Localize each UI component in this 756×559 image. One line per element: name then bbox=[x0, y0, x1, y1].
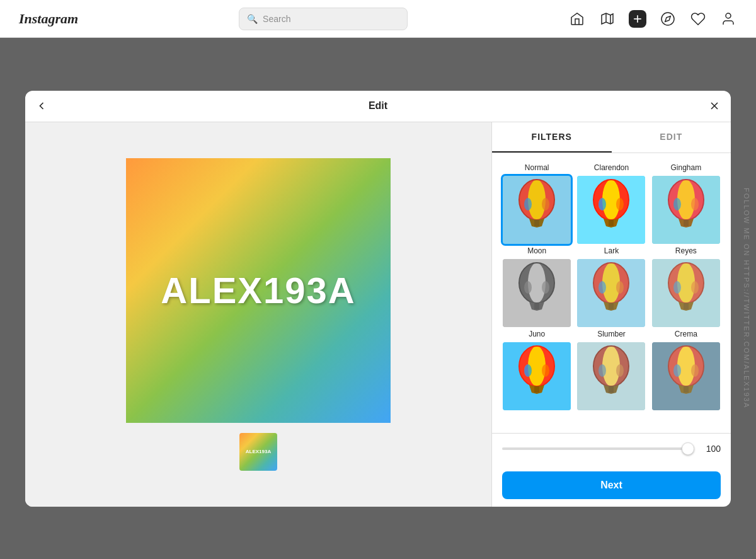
image-preview-panel: ALEX193A ALEX193A bbox=[25, 122, 491, 507]
filters-panel: FILTERS EDIT Normal bbox=[491, 122, 731, 507]
watermark-text: FOLLOW ME ON HTTPS://TWITTER.COM/ALEX193… bbox=[743, 188, 750, 408]
back-button[interactable] bbox=[35, 100, 48, 112]
svg-rect-31 bbox=[684, 220, 689, 226]
activity-icon[interactable] bbox=[598, 10, 616, 28]
svg-marker-0 bbox=[602, 13, 613, 24]
svg-point-72 bbox=[598, 364, 606, 377]
image-overlay-text: ALEX193A bbox=[161, 269, 355, 311]
svg-point-65 bbox=[542, 364, 549, 377]
svg-point-41 bbox=[542, 281, 549, 294]
tab-edit[interactable]: EDIT bbox=[612, 122, 731, 153]
intensity-value: 100 bbox=[702, 444, 721, 454]
modal-overlay: Edit ALEX193A ALEX193A bbox=[0, 38, 756, 559]
filters-grid: Normal bbox=[492, 153, 731, 433]
filter-reyes[interactable]: Reyes bbox=[651, 246, 721, 327]
filter-moon-thumb[interactable] bbox=[503, 259, 571, 327]
intensity-slider[interactable] bbox=[502, 447, 694, 450]
page-content: Edit ALEX193A ALEX193A bbox=[0, 38, 756, 559]
modal-body: ALEX193A ALEX193A FILTERS EDIT bbox=[25, 122, 731, 507]
svg-rect-47 bbox=[609, 303, 614, 309]
svg-rect-71 bbox=[609, 386, 614, 393]
svg-rect-55 bbox=[684, 303, 689, 309]
filter-slumber-label: Slumber bbox=[597, 330, 626, 338]
filter-moon-label: Moon bbox=[527, 246, 546, 255]
create-post-icon[interactable] bbox=[629, 10, 646, 28]
svg-point-16 bbox=[524, 198, 532, 210]
filter-slumber[interactable]: Slumber bbox=[576, 330, 646, 410]
filter-lark-label: Lark bbox=[604, 246, 619, 255]
svg-point-24 bbox=[598, 198, 606, 210]
main-preview-image: ALEX193A bbox=[126, 158, 391, 423]
filter-clarendon-label: Clarendon bbox=[594, 163, 629, 172]
nav-icons bbox=[568, 10, 737, 28]
svg-point-32 bbox=[673, 198, 681, 210]
svg-rect-63 bbox=[534, 386, 539, 393]
filter-lark-thumb[interactable] bbox=[577, 259, 645, 327]
filter-normal[interactable]: Normal bbox=[502, 163, 571, 244]
tab-filters[interactable]: FILTERS bbox=[492, 122, 612, 153]
search-icon: 🔍 bbox=[247, 14, 258, 24]
filter-reyes-thumb[interactable] bbox=[652, 259, 720, 327]
svg-point-48 bbox=[598, 281, 606, 294]
filter-gingham[interactable]: Gingham bbox=[651, 163, 721, 244]
intensity-controls: 100 bbox=[492, 433, 731, 464]
svg-point-80 bbox=[673, 364, 681, 377]
svg-rect-39 bbox=[534, 303, 539, 309]
close-button[interactable] bbox=[708, 100, 721, 112]
svg-point-57 bbox=[691, 281, 699, 294]
intensity-thumb[interactable] bbox=[682, 442, 694, 455]
top-nav: Instagram 🔍 Search bbox=[0, 0, 756, 38]
svg-point-56 bbox=[673, 281, 681, 294]
svg-rect-79 bbox=[684, 386, 689, 393]
svg-point-25 bbox=[616, 198, 624, 210]
filter-normal-thumb[interactable] bbox=[503, 176, 571, 244]
svg-rect-15 bbox=[534, 220, 539, 226]
compass-icon[interactable] bbox=[659, 10, 677, 28]
modal-title: Edit bbox=[369, 100, 387, 112]
thumbnail-text: ALEX193A bbox=[246, 449, 271, 454]
svg-point-7 bbox=[726, 13, 731, 18]
instagram-logo: Instagram bbox=[19, 11, 78, 27]
svg-point-17 bbox=[542, 198, 549, 210]
svg-marker-6 bbox=[665, 16, 670, 21]
filter-lark[interactable]: Lark bbox=[576, 246, 646, 327]
image-thumbnail[interactable]: ALEX193A bbox=[239, 433, 277, 471]
filter-clarendon[interactable]: Clarendon bbox=[576, 163, 646, 244]
search-placeholder: Search bbox=[263, 14, 290, 24]
next-btn-container: Next bbox=[492, 464, 731, 507]
edit-modal: Edit ALEX193A ALEX193A bbox=[25, 91, 731, 507]
next-button[interactable]: Next bbox=[502, 471, 721, 499]
profile-icon[interactable] bbox=[719, 10, 737, 28]
filter-juno[interactable]: Juno bbox=[502, 330, 571, 410]
filter-reyes-label: Reyes bbox=[675, 246, 697, 255]
filter-normal-label: Normal bbox=[525, 163, 549, 172]
filter-gingham-thumb[interactable] bbox=[652, 176, 720, 244]
filter-juno-label: Juno bbox=[529, 330, 545, 338]
svg-point-49 bbox=[616, 281, 624, 294]
svg-rect-23 bbox=[609, 220, 614, 226]
filter-crema-label: Crema bbox=[675, 330, 697, 338]
svg-point-81 bbox=[691, 364, 699, 377]
filter-clarendon-thumb[interactable] bbox=[577, 176, 645, 244]
filter-crema[interactable]: Crema bbox=[651, 330, 721, 410]
watermark: FOLLOW ME ON HTTPS://TWITTER.COM/ALEX193… bbox=[737, 38, 756, 559]
svg-point-33 bbox=[691, 198, 699, 210]
filter-moon[interactable]: Moon bbox=[502, 246, 571, 327]
svg-point-40 bbox=[524, 281, 532, 294]
filter-gingham-label: Gingham bbox=[670, 163, 701, 172]
filter-slumber-thumb[interactable] bbox=[577, 342, 645, 410]
modal-header: Edit bbox=[25, 91, 731, 122]
svg-point-64 bbox=[524, 364, 532, 377]
svg-point-73 bbox=[616, 364, 624, 377]
svg-point-5 bbox=[662, 13, 674, 25]
search-bar[interactable]: 🔍 Search bbox=[239, 8, 408, 30]
filter-juno-thumb[interactable] bbox=[503, 342, 571, 410]
filter-tabs: FILTERS EDIT bbox=[492, 122, 731, 153]
filter-crema-thumb[interactable] bbox=[652, 342, 720, 410]
home-icon[interactable] bbox=[568, 10, 586, 28]
heart-icon[interactable] bbox=[689, 10, 707, 28]
